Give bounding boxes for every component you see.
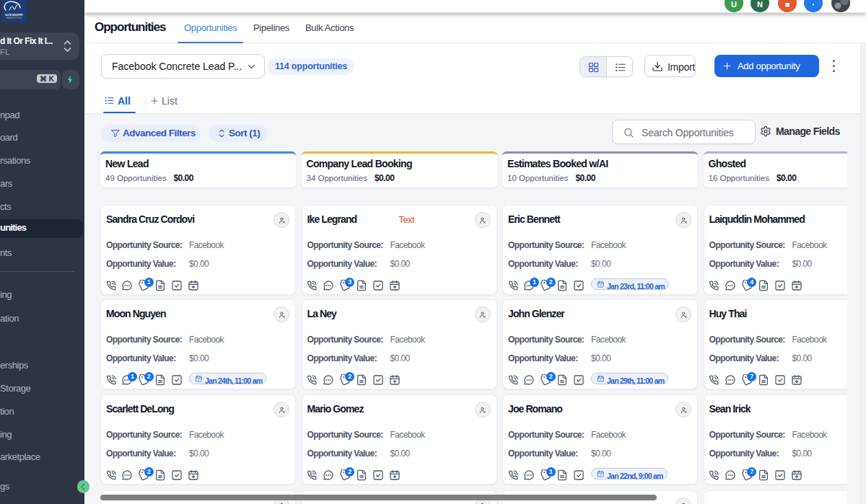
svg-text:M A R K E T I N G: M A R K E T I N G: [6, 17, 22, 19]
svg-text:ELITE INDUSTRY: ELITE INDUSTRY: [5, 14, 23, 17]
